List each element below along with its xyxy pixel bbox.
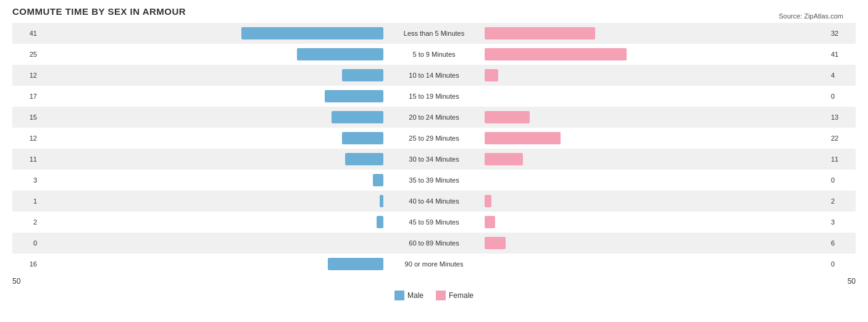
dual-bar: 35 to 39 Minutes [40,170,828,191]
chart-title: COMMUTE TIME BY SEX IN ARMOUR [12,6,856,17]
male-value: 16 [12,260,40,268]
female-bar [485,237,506,249]
legend: Male Female [12,291,856,300]
chart-row: 15 20 to 24 Minutes 13 [12,107,856,128]
left-half [40,174,434,186]
left-half [40,216,434,228]
female-bar [485,132,561,144]
chart-row: 12 25 to 29 Minutes 22 [12,128,856,149]
male-bar [332,111,383,123]
source-label: Source: ZipAtlas.com [778,12,843,20]
dual-bar: 15 to 19 Minutes [40,86,828,107]
female-color-box [436,291,446,300]
female-bar [485,69,498,81]
female-bar [485,48,627,60]
left-half [40,48,434,60]
dual-bar: 40 to 44 Minutes [40,191,828,212]
female-value: 22 [828,134,856,142]
male-value: 12 [12,134,40,142]
chart-row: 3 35 to 39 Minutes 0 [12,170,856,191]
dual-bar: 5 to 9 Minutes [40,44,828,65]
male-bar [380,195,383,207]
female-bar [485,111,530,123]
dual-bar: 30 to 34 Minutes [40,149,828,170]
chart-row: 17 15 to 19 Minutes 0 [12,86,856,107]
male-value: 17 [12,93,40,100]
right-half [434,132,828,144]
right-half [434,174,828,186]
right-half [434,258,828,270]
dual-bar: 45 to 59 Minutes [40,212,828,233]
male-label: Male [407,291,424,300]
male-bar [345,153,383,165]
right-half [434,237,828,249]
female-value: 2 [828,197,856,205]
male-bar [373,174,383,186]
male-bar [377,216,383,228]
left-half [40,237,434,249]
female-value: 41 [828,51,856,58]
right-half [434,69,828,81]
dual-bar: Less than 5 Minutes [40,23,828,44]
chart-row: 41 Less than 5 Minutes 32 [12,23,856,44]
chart-area: 41 Less than 5 Minutes 32 25 5 to 9 Minu… [12,23,856,275]
left-half [40,69,434,81]
female-value: 13 [828,114,856,121]
chart-row: 12 10 to 14 Minutes 4 [12,65,856,86]
female-value: 32 [828,30,856,37]
right-half [434,216,828,228]
male-value: 0 [12,239,40,247]
female-value: 11 [828,155,856,163]
female-value: 6 [828,239,856,247]
chart-row: 16 90 or more Minutes 0 [12,254,856,275]
female-value: 0 [828,93,856,100]
legend-female: Female [436,291,474,300]
male-bar [342,132,383,144]
male-value: 11 [12,155,40,163]
male-value: 25 [12,51,40,58]
female-value: 4 [828,72,856,79]
female-value: 0 [828,176,856,184]
left-half [40,258,434,270]
dual-bar: 20 to 24 Minutes [40,107,828,128]
axis-max: 50 [848,277,856,286]
dual-bar: 90 or more Minutes [40,254,828,275]
right-half [434,111,828,123]
axis-min: 50 [12,277,20,286]
right-half [434,153,828,165]
left-half [40,90,434,102]
chart-row: 2 45 to 59 Minutes 3 [12,212,856,233]
female-bar [485,27,595,39]
right-half [434,90,828,102]
left-half [40,27,434,39]
male-value: 1 [12,197,40,205]
chart-row: 0 60 to 89 Minutes 6 [12,233,856,254]
male-value: 2 [12,218,40,226]
chart-row: 11 30 to 34 Minutes 11 [12,149,856,170]
male-value: 15 [12,114,40,121]
male-value: 41 [12,30,40,37]
female-bar [485,153,523,165]
axis-labels: 50 50 [12,277,856,286]
legend-male: Male [394,291,424,300]
left-half [40,195,434,207]
female-label: Female [449,291,474,300]
right-half [434,27,828,39]
male-value: 12 [12,72,40,79]
dual-bar: 10 to 14 Minutes [40,65,828,86]
female-bar [485,195,491,207]
male-bar [325,90,383,102]
right-half [434,48,828,60]
left-half [40,132,434,144]
male-value: 3 [12,176,40,184]
left-half [40,111,434,123]
female-bar [485,216,495,228]
male-bar [328,258,383,270]
chart-row: 25 5 to 9 Minutes 41 [12,44,856,65]
chart-row: 1 40 to 44 Minutes 2 [12,191,856,212]
female-value: 3 [828,218,856,226]
male-bar [342,69,383,81]
dual-bar: 25 to 29 Minutes [40,128,828,149]
female-value: 0 [828,260,856,268]
male-bar [297,48,383,60]
